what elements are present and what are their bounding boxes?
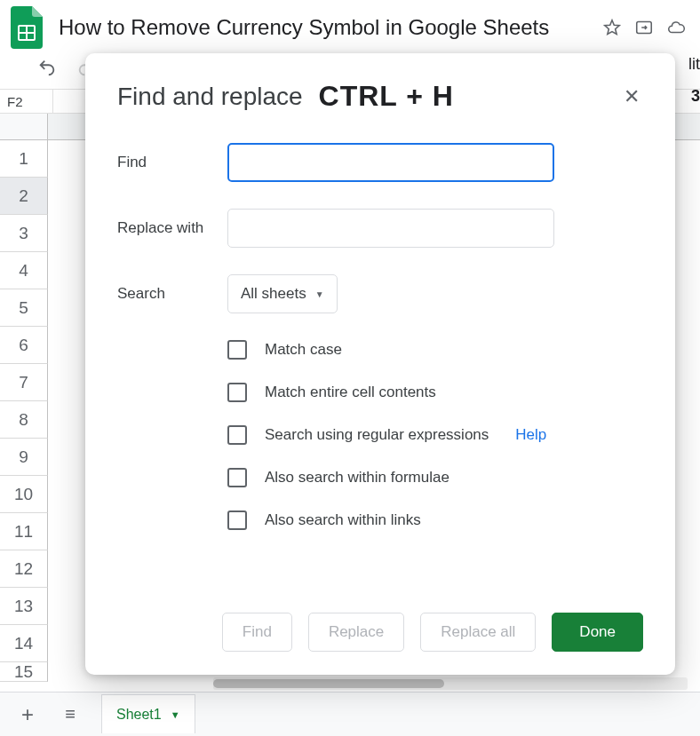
match-entire-row: Match entire cell contents: [227, 383, 643, 402]
replace-all-button[interactable]: Replace all: [420, 613, 536, 652]
document-actions: [602, 18, 686, 37]
row-header[interactable]: 4: [0, 252, 48, 289]
formulae-label: Also search within formulae: [265, 469, 449, 487]
regex-checkbox[interactable]: [227, 425, 247, 445]
match-entire-label: Match entire cell contents: [265, 384, 436, 401]
find-label: Find: [117, 154, 227, 171]
close-icon[interactable]: ✕: [620, 85, 643, 108]
all-sheets-button[interactable]: ≡: [59, 703, 82, 726]
regex-help-link[interactable]: Help: [515, 426, 546, 444]
chevron-down-icon: ▼: [315, 289, 324, 299]
formulae-row: Also search within formulae: [227, 468, 643, 487]
cloud-status-icon[interactable]: [666, 18, 686, 37]
find-replace-dialog: Find and replace CTRL + H ✕ Find Replace…: [85, 53, 675, 675]
row-header[interactable]: 7: [0, 364, 48, 401]
done-button[interactable]: Done: [552, 613, 643, 652]
links-row: Also search within links: [227, 510, 643, 530]
star-icon[interactable]: [602, 18, 622, 37]
replace-row: Replace with: [117, 209, 643, 248]
sheets-logo-icon[interactable]: [9, 4, 44, 51]
find-input[interactable]: [227, 143, 554, 182]
row-header[interactable]: 10: [0, 476, 48, 513]
clipped-text: lit: [688, 55, 700, 74]
row-header[interactable]: 13: [0, 588, 48, 625]
match-case-row: Match case: [227, 340, 643, 360]
row-header[interactable]: 12: [0, 550, 48, 588]
replace-input[interactable]: [227, 209, 554, 248]
row-header[interactable]: 3: [0, 215, 48, 252]
row-header[interactable]: 1: [0, 140, 48, 178]
search-scope-value: All sheets: [241, 285, 306, 303]
row-header[interactable]: 2: [0, 178, 48, 215]
row-header[interactable]: 9: [0, 439, 48, 476]
sheet-tab[interactable]: Sheet1 ▼: [101, 694, 195, 733]
document-header: How to Remove Currency Symbol in Google …: [0, 0, 700, 50]
match-case-label: Match case: [265, 341, 342, 359]
clipped-letter: 3: [691, 87, 700, 106]
match-entire-checkbox[interactable]: [227, 383, 247, 402]
select-all-corner[interactable]: [0, 114, 48, 140]
row-header[interactable]: 14: [0, 625, 48, 662]
regex-label: Search using regular expressions: [265, 426, 489, 444]
replace-label: Replace with: [117, 219, 227, 237]
undo-icon[interactable]: [37, 58, 57, 81]
find-row: Find: [117, 143, 643, 182]
dialog-title: Find and replace: [117, 83, 303, 111]
move-icon[interactable]: [634, 18, 654, 37]
scrollbar-thumb[interactable]: [213, 679, 444, 688]
add-sheet-button[interactable]: +: [16, 703, 39, 726]
search-scope-row: Search All sheets ▼: [117, 274, 643, 313]
chevron-down-icon[interactable]: ▼: [171, 709, 180, 720]
shortcut-label: CTRL + H: [319, 80, 454, 113]
formulae-checkbox[interactable]: [227, 468, 247, 487]
links-checkbox[interactable]: [227, 510, 247, 530]
search-scope-dropdown[interactable]: All sheets ▼: [227, 274, 338, 313]
match-case-checkbox[interactable]: [227, 340, 247, 360]
row-header[interactable]: 11: [0, 513, 48, 550]
dialog-header: Find and replace CTRL + H ✕: [117, 80, 643, 113]
sheet-tab-label: Sheet1: [116, 707, 162, 723]
row-headers: 1 2 3 4 5 6 7 8 9 10 11 12 13 14 15: [0, 140, 48, 682]
find-button[interactable]: Find: [222, 613, 292, 652]
row-header[interactable]: 8: [0, 401, 48, 439]
links-label: Also search within links: [265, 511, 421, 529]
name-box[interactable]: F2: [0, 90, 53, 113]
row-header[interactable]: 6: [0, 327, 48, 364]
horizontal-scrollbar[interactable]: [213, 677, 688, 690]
document-title[interactable]: How to Remove Currency Symbol in Google …: [59, 15, 549, 40]
sheet-tab-bar: + ≡ Sheet1 ▼: [0, 692, 700, 736]
regex-row: Search using regular expressions Help: [227, 425, 643, 445]
row-header[interactable]: 15: [0, 662, 48, 682]
dialog-footer: Find Replace Replace all Done: [117, 613, 643, 652]
replace-button[interactable]: Replace: [308, 613, 404, 652]
search-label: Search: [117, 285, 227, 303]
row-header[interactable]: 5: [0, 289, 48, 327]
